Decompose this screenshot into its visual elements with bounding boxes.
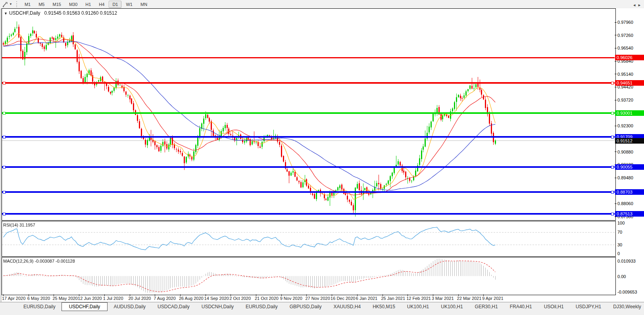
chart-tab-UK100-H1[interactable]: UK100,H1 bbox=[435, 303, 469, 311]
date-tick-label: 6 May 2020 bbox=[27, 296, 50, 301]
date-tick-label: 3 Mar 2021 bbox=[432, 296, 454, 301]
mt4-chart-window: ▼ M1M5M15M30H1H4D1W1MN ▼USDCHF,Daily0.91… bbox=[0, 0, 644, 315]
date-tick-label: 6 Jan 2021 bbox=[356, 296, 377, 301]
chart-tab-EURUSD-Daily[interactable]: EURUSD,Daily bbox=[240, 303, 284, 311]
chart-tab-USDJPY-H1[interactable]: USDJPY,H1 bbox=[570, 303, 607, 311]
line-handle[interactable] bbox=[611, 136, 614, 138]
date-tick-label: 9 Apr 2021 bbox=[482, 296, 503, 301]
tf-button-M30[interactable]: M30 bbox=[65, 1, 81, 8]
indicator-axis-label: 70 bbox=[617, 230, 644, 234]
price-tick-mark bbox=[615, 61, 617, 61]
indicator-axis-label: 0 bbox=[617, 251, 644, 256]
tf-button-MN[interactable]: MN bbox=[137, 1, 151, 8]
price-line-tag: 0.96026 bbox=[615, 55, 644, 60]
chart-tab-USOil-H1[interactable]: USOil,H1 bbox=[538, 303, 570, 311]
chart-tab-GER30-H1[interactable]: GER30,H1 bbox=[469, 303, 504, 311]
date-tick-label: 20 Jul 2020 bbox=[129, 296, 151, 301]
tab-scroll-left-icon[interactable]: ◄ bbox=[632, 3, 638, 7]
price-tick-mark bbox=[615, 152, 617, 152]
price-tick-label: 0.89480 bbox=[617, 175, 644, 180]
price-tick-mark bbox=[615, 48, 617, 48]
horizontal-line-0.94651[interactable] bbox=[2, 82, 615, 84]
line-handle[interactable] bbox=[611, 82, 614, 85]
price-tick-mark bbox=[615, 74, 617, 74]
price-tick-label: 0.95140 bbox=[617, 72, 644, 77]
date-tick-label: 16 Dec 2020 bbox=[331, 296, 355, 301]
date-tick-label: 14 Sep 2020 bbox=[204, 296, 229, 301]
chart-tab-GBPUSD-Daily[interactable]: GBPUSD,Daily bbox=[284, 303, 328, 311]
current-price-tag: 0.91512 bbox=[615, 138, 644, 144]
indicator-axis-label: 0.00 bbox=[617, 274, 644, 279]
chart-tab-USDCAD-Daily[interactable]: USDCAD,Daily bbox=[152, 303, 196, 311]
tf-button-M1[interactable]: M1 bbox=[21, 1, 34, 8]
line-handle[interactable] bbox=[3, 112, 6, 115]
horizontal-line-0.91709[interactable] bbox=[2, 136, 615, 138]
line-handle[interactable] bbox=[611, 213, 614, 215]
line-handle[interactable] bbox=[3, 166, 6, 169]
date-tick-label: 21 Oct 2020 bbox=[255, 296, 279, 301]
date-tick-label: 12 Feb 2021 bbox=[406, 296, 431, 301]
price-tick-mark bbox=[615, 178, 617, 178]
chart-tab-UK100-H1[interactable]: UK100,H1 bbox=[401, 303, 435, 311]
price-tick-mark bbox=[615, 204, 617, 204]
price-tick-mark bbox=[615, 22, 617, 23]
date-tick-label: 22 Mar 2021 bbox=[457, 296, 482, 301]
draw-tools-group: ▼ bbox=[0, 0, 15, 8]
chart-tab-EURUSD-Daily[interactable]: EURUSD,Daily bbox=[17, 303, 62, 311]
horizontal-line-0.96026[interactable] bbox=[2, 57, 615, 58]
chart-collapse-icon[interactable]: ▼ bbox=[4, 12, 8, 15]
tab-scroll-right-icon[interactable]: ► bbox=[638, 3, 643, 7]
line-handle[interactable] bbox=[611, 166, 614, 169]
chart-ohlc-readout: 0.91545 0.91563 0.91260 0.91512 bbox=[44, 10, 117, 16]
window-left-edge bbox=[1, 8, 1, 302]
horizontal-line-0.90055[interactable] bbox=[2, 166, 615, 168]
horizontal-line-0.93001[interactable] bbox=[2, 112, 615, 114]
indicator-axis-label: 0.010933 bbox=[617, 259, 644, 263]
timeframe-buttons: M1M5M15M30H1H4D1W1MN bbox=[21, 1, 151, 8]
chart-tab-XAUUSD-H4[interactable]: XAUUSD,H4 bbox=[327, 303, 367, 311]
chart-tab-USDCNH-Daily[interactable]: USDCNH,Daily bbox=[196, 303, 240, 311]
date-tick-label: 25 May 2020 bbox=[52, 296, 78, 301]
timeframe-toolbar: ▼ M1M5M15M30H1H4D1W1MN bbox=[0, 0, 644, 8]
line-handle[interactable] bbox=[3, 191, 6, 194]
tf-button-M15[interactable]: M15 bbox=[49, 1, 64, 8]
chart-tab-USDCHF-Daily[interactable]: USDCHF,Daily bbox=[62, 302, 108, 311]
tf-button-H1[interactable]: H1 bbox=[82, 1, 94, 8]
toolbar-grip[interactable] bbox=[16, 1, 19, 7]
tf-button-H4[interactable]: H4 bbox=[95, 1, 108, 8]
chart-title: ▼USDCHF,Daily0.91545 0.91563 0.91260 0.9… bbox=[4, 10, 117, 16]
chart-tab-FRA40-H1[interactable]: FRA40,H1 bbox=[504, 303, 538, 311]
indicator-axis-label: -0.009653 bbox=[617, 290, 644, 294]
line-handle[interactable] bbox=[611, 112, 614, 115]
line-handle[interactable] bbox=[3, 82, 6, 85]
chart-tab-HK50-M15[interactable]: HK50,M15 bbox=[367, 303, 401, 311]
date-tick-label: 2 Oct 2020 bbox=[229, 296, 251, 301]
price-tick-label: 0.96540 bbox=[617, 46, 644, 50]
chart-tab-DJ30-Weekly[interactable]: DJ30,Weekly bbox=[607, 303, 644, 311]
date-tick-label: 27 Nov 2020 bbox=[305, 296, 330, 301]
date-tick-label: 26 Aug 2020 bbox=[179, 296, 204, 301]
tf-button-W1[interactable]: W1 bbox=[122, 1, 136, 8]
line-handle[interactable] bbox=[3, 213, 6, 215]
date-tick-label: 17 Apr 2020 bbox=[2, 296, 25, 301]
date-tick-label: 9 Nov 2020 bbox=[280, 296, 302, 301]
main-chart-canvas[interactable] bbox=[2, 9, 615, 219]
rsi-canvas[interactable] bbox=[2, 221, 615, 255]
price-tick-label: 0.93720 bbox=[617, 98, 644, 102]
line-handle[interactable] bbox=[611, 191, 614, 194]
horizontal-line-0.87513[interactable] bbox=[2, 213, 615, 215]
price-tick-label: 0.97260 bbox=[617, 33, 644, 38]
price-tick-label: 0.97960 bbox=[617, 20, 644, 25]
chart-tab-AUDUSD-Daily[interactable]: AUDUSD,Daily bbox=[108, 303, 152, 311]
horizontal-line-0.88703[interactable] bbox=[2, 191, 615, 193]
date-tick-label: 7 Aug 2020 bbox=[154, 296, 176, 301]
chart-symbol-label: USDCHF,Daily bbox=[9, 10, 40, 16]
date-tick-label: 12 Jun 2020 bbox=[78, 296, 102, 301]
line-tools-icon[interactable] bbox=[2, 2, 8, 7]
line-handle[interactable] bbox=[3, 136, 6, 138]
macd-canvas[interactable] bbox=[2, 257, 615, 294]
price-line-tag: 0.90055 bbox=[615, 164, 644, 170]
tf-button-M5[interactable]: M5 bbox=[35, 1, 48, 8]
chevron-down-icon[interactable]: ▼ bbox=[9, 2, 12, 6]
tf-button-D1[interactable]: D1 bbox=[109, 1, 121, 8]
